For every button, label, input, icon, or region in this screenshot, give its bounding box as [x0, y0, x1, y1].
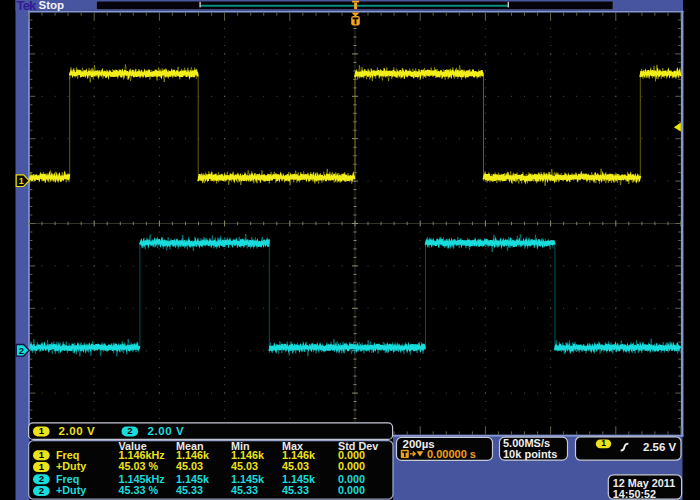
svg-text:1.145k: 1.145k [231, 473, 265, 485]
svg-text:45.33: 45.33 [176, 484, 203, 496]
svg-text:45.33: 45.33 [282, 484, 309, 496]
svg-text:2: 2 [19, 345, 24, 356]
svg-text:1.145kHz: 1.145kHz [119, 473, 166, 485]
svg-text:1: 1 [39, 461, 45, 472]
svg-text:45.03: 45.03 [176, 460, 203, 472]
svg-text:Stop: Stop [39, 0, 65, 11]
svg-text:45.33: 45.33 [231, 484, 258, 496]
svg-text:2.56 V: 2.56 V [643, 441, 677, 453]
svg-text:2.00 V: 2.00 V [148, 425, 185, 437]
svg-text:45.03 %: 45.03 % [119, 460, 159, 472]
svg-text:Tek: Tek [17, 0, 38, 13]
svg-text:0.000: 0.000 [338, 473, 365, 485]
svg-text:1.145k: 1.145k [176, 473, 210, 485]
svg-text:45.03: 45.03 [282, 460, 309, 472]
svg-text:1: 1 [19, 176, 24, 186]
svg-text:10k points: 10k points [503, 448, 557, 460]
svg-text:45.33 %: 45.33 % [119, 484, 159, 496]
svg-text:0.000: 0.000 [338, 460, 365, 472]
svg-text:45.03: 45.03 [231, 460, 258, 472]
svg-text:Freq: Freq [56, 449, 79, 461]
svg-text:1: 1 [39, 425, 45, 436]
svg-text:1.146k: 1.146k [176, 449, 210, 461]
svg-text:1: 1 [601, 438, 606, 448]
svg-text:0.000: 0.000 [338, 484, 365, 496]
svg-text:2: 2 [39, 473, 44, 484]
svg-text:0.000: 0.000 [338, 449, 365, 461]
svg-text:1: 1 [39, 449, 45, 460]
svg-text:1.146k: 1.146k [282, 449, 316, 461]
svg-text:2: 2 [39, 485, 44, 496]
svg-text:1.146k: 1.146k [231, 449, 265, 461]
svg-text:+Duty: +Duty [56, 484, 86, 496]
svg-text:14:50:52: 14:50:52 [613, 488, 656, 500]
svg-text:2: 2 [127, 425, 132, 436]
svg-text:0.00000 s: 0.00000 s [427, 448, 476, 460]
svg-text:1.145k: 1.145k [282, 473, 316, 485]
svg-text:Freq: Freq [56, 473, 79, 485]
svg-text:+Duty: +Duty [56, 460, 86, 472]
svg-text:2.00 V: 2.00 V [59, 425, 96, 437]
svg-text:1.146kHz: 1.146kHz [119, 449, 166, 461]
